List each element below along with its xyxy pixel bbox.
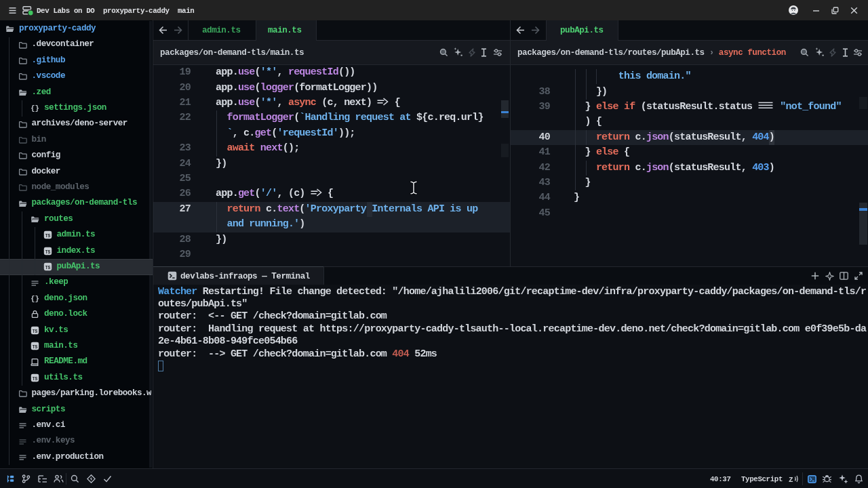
svg-text:TS: TS <box>45 266 50 270</box>
svg-text:TS: TS <box>33 329 38 333</box>
svg-text:TS: TS <box>33 345 38 350</box>
svg-text:{}: {} <box>31 295 39 303</box>
svg-text:Z: Z <box>789 476 793 484</box>
svg-text:TS: TS <box>45 249 50 254</box>
svg-text:{}: {} <box>31 104 39 113</box>
svg-text:TS: TS <box>33 377 38 382</box>
svg-text:TS: TS <box>45 234 50 239</box>
